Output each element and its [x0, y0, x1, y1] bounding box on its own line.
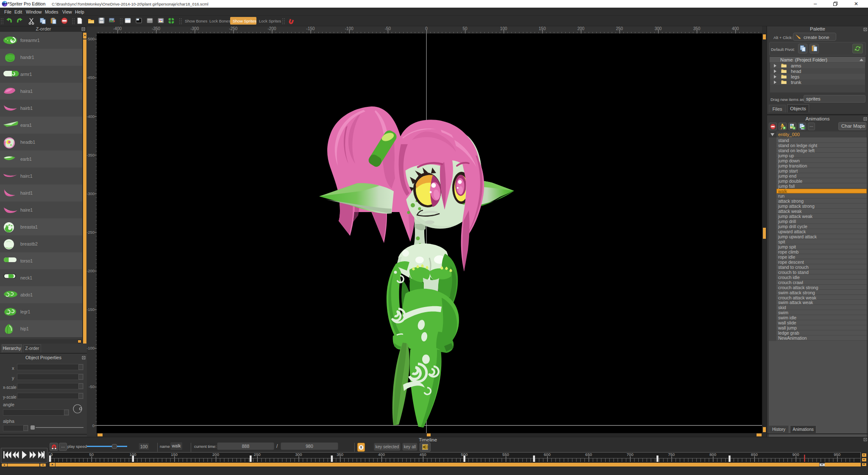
svg-text:200: 200 — [577, 26, 584, 31]
svg-text:0: 0 — [92, 423, 95, 428]
svg-text:-200: -200 — [267, 26, 276, 31]
svg-text:150: 150 — [539, 26, 546, 31]
svg-text:50: 50 — [89, 452, 94, 457]
svg-text:150: 150 — [171, 452, 178, 457]
svg-text:700: 700 — [627, 452, 634, 457]
svg-text:400: 400 — [732, 26, 739, 31]
svg-text:-150: -150 — [306, 26, 315, 31]
svg-text:-250: -250 — [229, 26, 237, 31]
svg-text:250: 250 — [254, 452, 261, 457]
svg-text:-50: -50 — [89, 384, 95, 389]
svg-text:400: 400 — [378, 452, 385, 457]
svg-text:950: 950 — [834, 452, 840, 457]
svg-text:-400: -400 — [87, 114, 95, 119]
svg-text:0: 0 — [425, 26, 428, 31]
svg-text:-300: -300 — [190, 26, 199, 31]
svg-text:-100: -100 — [87, 346, 95, 350]
svg-text:650: 650 — [585, 452, 592, 457]
svg-text:350: 350 — [337, 452, 343, 457]
svg-text:-100: -100 — [345, 26, 353, 31]
svg-text:-350: -350 — [152, 26, 160, 31]
svg-text:-50: -50 — [385, 26, 391, 31]
svg-text:550: 550 — [502, 452, 509, 457]
svg-text:500: 500 — [461, 452, 468, 457]
svg-text:750: 750 — [668, 452, 675, 457]
svg-text:200: 200 — [212, 452, 219, 457]
svg-text:-300: -300 — [87, 191, 95, 196]
svg-text:800: 800 — [709, 452, 716, 457]
svg-text:450: 450 — [420, 452, 426, 457]
svg-text:300: 300 — [654, 26, 662, 31]
svg-text:-500: -500 — [87, 36, 95, 41]
svg-text:50: 50 — [463, 26, 468, 31]
svg-text:-150: -150 — [87, 307, 95, 312]
svg-text:300: 300 — [295, 452, 302, 457]
svg-text:-450: -450 — [87, 75, 95, 80]
svg-text:250: 250 — [616, 26, 623, 31]
svg-text:100: 100 — [130, 452, 136, 457]
svg-text:0: 0 — [50, 452, 53, 457]
svg-text:850: 850 — [751, 452, 758, 457]
svg-text:600: 600 — [544, 452, 551, 457]
svg-text:-400: -400 — [113, 26, 122, 31]
svg-text:100: 100 — [500, 26, 507, 31]
svg-text:-250: -250 — [87, 230, 95, 235]
svg-text:900: 900 — [793, 452, 799, 457]
svg-text:-200: -200 — [87, 268, 95, 273]
svg-text:-350: -350 — [87, 153, 95, 157]
svg-text:350: 350 — [693, 26, 701, 31]
